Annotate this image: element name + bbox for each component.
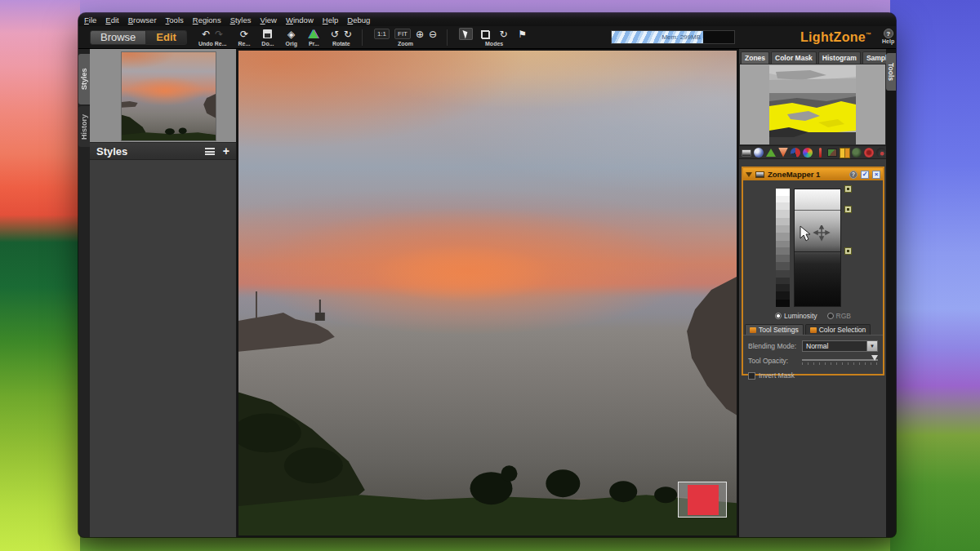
styles-header: Styles +	[90, 142, 236, 160]
zoom-group: 1:1 FIT ⊕ ⊖ Zoom	[374, 28, 437, 47]
crop-mode-button[interactable]	[478, 28, 492, 40]
tab-tool-settings[interactable]: Tool Settings	[745, 324, 804, 335]
menu-debug[interactable]: Debug	[347, 16, 370, 24]
spot-tool-icon[interactable]	[876, 148, 886, 158]
black-and-white-tool-icon[interactable]	[827, 149, 837, 157]
tab-color-mask[interactable]: Color Mask	[771, 51, 817, 64]
rgb-radio[interactable]: RGB	[827, 312, 851, 320]
menu-styles[interactable]: Styles	[230, 16, 252, 24]
zone-divider-line	[795, 251, 840, 252]
add-style-icon[interactable]: +	[223, 146, 229, 156]
wallpaper-left	[0, 0, 80, 551]
menu-regions[interactable]: Regions	[193, 16, 221, 24]
menu-browser[interactable]: Browser	[128, 16, 157, 24]
clone-tool-icon[interactable]	[852, 148, 862, 158]
white-balance-tool-icon[interactable]	[815, 148, 825, 158]
zone-handle-lower[interactable]	[844, 247, 852, 255]
done-save-icon[interactable]	[263, 29, 272, 38]
sharpen-tool-icon[interactable]	[766, 149, 776, 157]
photo-thumbnail[interactable]	[121, 51, 216, 141]
help-button[interactable]: ? Help	[882, 29, 894, 44]
zone-handle-top[interactable]	[844, 185, 852, 193]
menu-tools[interactable]: Tools	[166, 16, 184, 24]
brush-icon	[810, 327, 817, 333]
proof-icon[interactable]	[309, 29, 318, 38]
invert-mask-checkbox[interactable]	[748, 372, 755, 380]
invert-mask-row: Invert Mask	[748, 368, 878, 383]
proof-label: Pr...	[309, 41, 319, 47]
blending-mode-select[interactable]: Normal ▼	[802, 340, 878, 352]
rotate-left-icon[interactable]: ↺	[331, 29, 339, 39]
slider-thumb[interactable]	[871, 355, 878, 361]
brush-icon	[750, 327, 756, 333]
left-tab-strip: Styles History	[78, 49, 90, 537]
zoom-out-icon[interactable]: ⊖	[429, 29, 437, 39]
collapse-triangle-icon[interactable]	[746, 172, 752, 177]
tab-zones[interactable]: Zones	[741, 51, 769, 64]
tab-history-vertical[interactable]: History	[78, 106, 90, 147]
tool-settings-tabs: Tool Settings Color Selection	[743, 322, 883, 335]
rotate-mode-button[interactable]: ↻	[497, 28, 510, 40]
menu-file[interactable]: File	[84, 16, 96, 24]
pointer-mode-button[interactable]	[459, 28, 473, 40]
zones-preview-area	[739, 64, 886, 145]
menu-edit[interactable]: Edit	[105, 16, 118, 24]
zone-handle-middle[interactable]	[844, 206, 852, 213]
luminosity-radio[interactable]: Luminosity	[775, 312, 817, 320]
blur-tool-icon[interactable]	[778, 148, 788, 158]
slider-ticks	[802, 362, 878, 365]
modes-label: Modes	[485, 41, 503, 47]
radio-unselected-icon	[827, 313, 834, 319]
zoom-in-icon[interactable]: ⊕	[416, 29, 424, 39]
lightzone-window: File Edit Browser Tools Regions Styles V…	[78, 13, 896, 537]
photo-silhouettes	[238, 51, 737, 535]
red-eye-tool-icon[interactable]	[864, 148, 874, 158]
preview-thumbnail-area	[90, 49, 236, 142]
zoom-1to1-button[interactable]: 1:1	[374, 29, 390, 39]
tab-histogram[interactable]: Histogram	[818, 51, 861, 64]
edit-button[interactable]: Edit	[146, 30, 187, 45]
zonemapper-mini-icon	[755, 171, 764, 178]
zonemapper-enable-checkbox[interactable]: ✓	[861, 171, 869, 179]
zonemapper-title-bar[interactable]: ZoneMapper 1 ? ✓ ×	[743, 168, 883, 180]
tool-opacity-label: Tool Opacity:	[748, 357, 802, 365]
zone-mapping-scale[interactable]	[794, 189, 841, 307]
done-label: Do...	[261, 41, 274, 47]
memory-meter-fill: Mem: 299MB	[612, 31, 703, 43]
zones-preview-image[interactable]	[769, 65, 856, 144]
pointer-icon	[463, 29, 470, 38]
tab-styles-vertical[interactable]: Styles	[78, 54, 90, 104]
menu-help[interactable]: Help	[323, 16, 339, 24]
tool-opacity-slider[interactable]	[802, 355, 878, 367]
menu-view[interactable]: View	[261, 16, 277, 24]
zoom-label: Zoom	[398, 41, 413, 47]
undo-icon[interactable]: ↶	[202, 29, 210, 39]
revert-icon[interactable]: ⟳	[240, 29, 248, 39]
tab-tools-vertical[interactable]: Tools	[886, 53, 896, 91]
redo-icon[interactable]: ↷	[215, 29, 223, 39]
rotate-group: ↺ ↻ Rotate	[331, 28, 352, 47]
region-mode-button[interactable]: ⚑	[515, 28, 529, 40]
zoom-fit-button[interactable]: FIT	[394, 29, 411, 39]
menu-window[interactable]: Window	[286, 16, 314, 24]
blending-mode-row: Blending Mode: Normal ▼	[748, 339, 878, 353]
zonemapper-help-icon[interactable]: ?	[849, 171, 858, 179]
toolbar: Browse Edit ↶ ↷ Undo Re... ⟳ Re... Do...…	[78, 26, 896, 49]
tool-settings-body: Blending Mode: Normal ▼ Tool Opacity:	[743, 335, 883, 383]
original-icon[interactable]: ◈	[287, 29, 295, 39]
hue-saturation-tool-icon[interactable]	[791, 148, 800, 158]
color-balance-tool-icon[interactable]	[803, 148, 813, 158]
relight-tool-icon[interactable]	[754, 148, 764, 158]
image-canvas	[237, 49, 738, 537]
color-sample-region[interactable]	[678, 482, 727, 518]
rotate-right-icon[interactable]: ↻	[344, 29, 352, 39]
zonemapper-close-icon[interactable]: ×	[872, 171, 880, 179]
browse-button[interactable]: Browse	[90, 30, 146, 45]
noise-reduction-tool-icon[interactable]	[840, 148, 849, 158]
edited-photo[interactable]	[238, 51, 737, 535]
invert-mask-label: Invert Mask	[759, 371, 795, 380]
zonemapper-tool-icon[interactable]	[742, 149, 751, 157]
tab-color-selection[interactable]: Color Selection	[805, 324, 871, 335]
styles-list[interactable]	[90, 160, 236, 537]
list-view-icon[interactable]	[205, 148, 215, 155]
